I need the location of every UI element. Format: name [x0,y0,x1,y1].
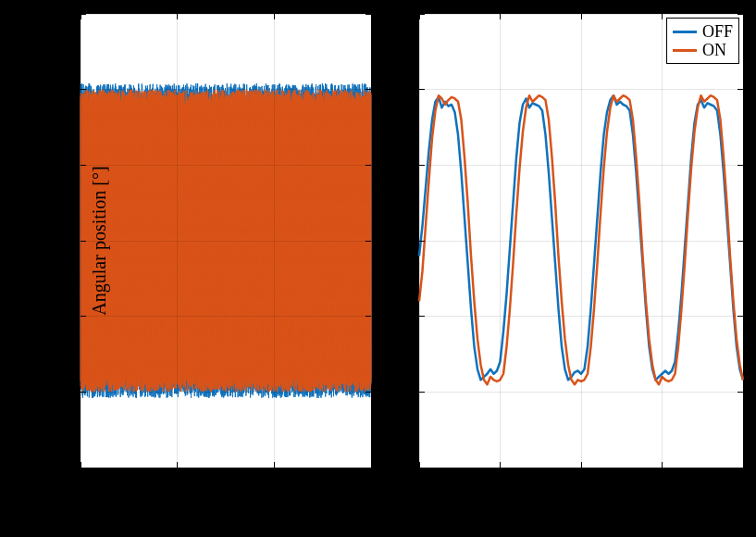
y-tick-label: -50 [53,306,75,326]
chart-panel-right: Time [s] OFF ON 00.050.10.150.2 [418,13,744,468]
x-tick-label: 0 [77,471,85,491]
legend-swatch-on [673,49,697,52]
x-tick-label: 40 [266,471,282,491]
y-tick-label: 100 [50,80,75,99]
legend-label: ON [702,41,726,59]
x-tick-label: 0.05 [486,471,515,491]
x-tick-label: 0.1 [571,471,592,491]
legend: OFF ON [666,18,739,64]
chart-panel-left: Time [s] Angular position [°] 0204060-15… [80,13,372,468]
y-tick-label: 150 [50,5,75,24]
legend-label: OFF [702,22,733,41]
legend-swatch-off [673,31,697,33]
x-axis-label: Time [s] [194,493,257,515]
y-tick-label: 0 [67,231,75,251]
y-tick-label: -150 [44,458,75,478]
x-tick-label: 0 [415,471,424,491]
x-axis-label: Time [s] [550,493,613,515]
legend-entry-off: OFF [673,22,733,41]
x-tick-label: 60 [363,471,379,491]
legend-entry-on: ON [673,41,733,59]
figure: Time [s] Angular position [°] 0204060-15… [0,0,756,537]
x-tick-label: 20 [169,471,186,491]
x-tick-label: 0.2 [733,471,754,491]
y-tick-label: 50 [58,156,75,175]
x-tick-label: 0.15 [648,471,677,491]
y-tick-label: -100 [44,382,75,402]
